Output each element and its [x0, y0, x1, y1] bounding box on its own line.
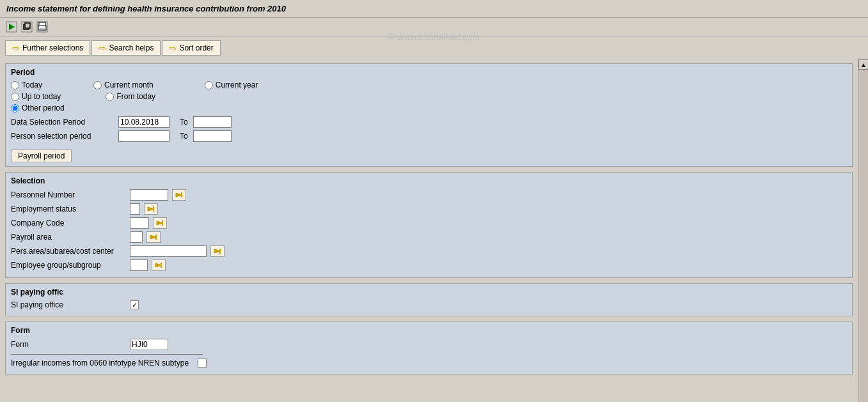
svg-rect-23 [219, 249, 221, 254]
employee-group-label: Employee group/subgroup [11, 261, 126, 270]
employee-group-arrow[interactable] [152, 259, 166, 271]
personnel-number-label: Personnel Number [11, 190, 126, 199]
si-paying-office-label: SI paying office [11, 300, 126, 309]
employment-status-arrow[interactable] [144, 203, 158, 215]
irregular-checkbox[interactable] [198, 359, 207, 367]
si-title: SI paying offic [11, 288, 847, 297]
radio-other-period[interactable]: Other period [11, 104, 65, 112]
payroll-area-row: Payroll area [11, 231, 847, 243]
person-selection-to[interactable] [193, 130, 232, 142]
title-bar: Income statement for defining health ins… [0, 0, 868, 18]
form-title: Form [11, 326, 847, 335]
personnel-number-input[interactable] [130, 189, 168, 201]
data-selection-from[interactable] [118, 116, 170, 128]
radio-up-to-today[interactable]: Up to today [11, 92, 61, 101]
person-selection-from[interactable] [118, 130, 170, 142]
scroll-track [858, 70, 868, 402]
employee-group-row: Employee group/subgroup [11, 259, 847, 271]
employment-status-input[interactable] [130, 203, 140, 215]
tab-search-helps[interactable]: ⇨ Search helps [91, 40, 161, 56]
period-section: Period Today Current month Current year [5, 63, 853, 167]
svg-rect-20 [155, 235, 157, 240]
company-code-arrow[interactable] [153, 217, 167, 229]
form-input[interactable] [130, 339, 168, 350]
scroll-up-arrow[interactable]: ▲ [858, 59, 868, 70]
svg-rect-11 [181, 192, 182, 197]
tab-bar: ⇨ Further selections ⇨ Search helps ⇨ So… [0, 36, 868, 59]
svg-rect-14 [153, 206, 154, 212]
period-title: Period [11, 68, 847, 77]
pers-area-input[interactable] [130, 245, 207, 257]
to-label-1: To [180, 118, 188, 127]
pers-area-label: Pers.area/subarea/cost center [11, 247, 126, 256]
svg-rect-26 [161, 263, 162, 268]
irregular-row: Irregular incomes from 0660 infotype NRE… [11, 359, 847, 367]
scrollbar[interactable]: ▲ ▼ [858, 59, 868, 402]
svg-rect-17 [162, 220, 163, 226]
personnel-number-arrow[interactable] [172, 189, 186, 201]
pers-area-row: Pers.area/subarea/cost center [11, 245, 847, 257]
print-icon[interactable] [36, 20, 49, 33]
tab-sort-order[interactable]: ⇨ Sort order [162, 40, 220, 56]
copy-icon[interactable] [20, 20, 33, 33]
form-label: Form [11, 340, 126, 349]
tab-search-helps-icon: ⇨ [99, 43, 106, 53]
si-paying-office-row: SI paying office ✓ [11, 300, 847, 309]
company-code-label: Company Code [11, 219, 126, 228]
selection-section: Selection Personnel Number Employment st… [5, 172, 853, 278]
radio-from-today[interactable]: From today [106, 92, 155, 101]
employee-group-input[interactable] [130, 259, 148, 271]
employment-status-row: Employment status [11, 203, 847, 215]
radio-today[interactable]: Today [11, 81, 42, 89]
payroll-area-label: Payroll area [11, 233, 126, 242]
si-paying-office-checkbox[interactable]: ✓ [130, 300, 139, 309]
personnel-number-row: Personnel Number [11, 189, 847, 201]
payroll-period-button[interactable]: Payroll period [11, 150, 72, 162]
svg-rect-8 [40, 27, 45, 29]
svg-rect-4 [25, 23, 30, 28]
tab-further-selections-icon: ⇨ [12, 43, 20, 53]
tab-further-selections[interactable]: ⇨ Further selections [5, 40, 90, 56]
execute-icon[interactable] [5, 20, 18, 33]
radio-current-year[interactable]: Current year [205, 81, 258, 89]
company-code-row: Company Code [11, 217, 847, 229]
page-title: Income statement for defining health ins… [6, 4, 286, 13]
selection-title: Selection [11, 176, 847, 185]
employment-status-label: Employment status [11, 205, 126, 213]
data-selection-label: Data Selection Period [11, 118, 113, 127]
to-label-2: To [180, 132, 188, 141]
form-row: Form [11, 339, 847, 350]
pers-area-arrow[interactable] [210, 245, 225, 257]
tab-sort-order-icon: ⇨ [169, 43, 177, 53]
data-selection-to[interactable] [193, 116, 232, 128]
payroll-area-input[interactable] [130, 231, 143, 243]
radio-current-month[interactable]: Current month [93, 81, 154, 89]
toolbar: © www.tutorialkart.com [0, 18, 868, 36]
person-selection-label: Person selection period [11, 132, 113, 141]
irregular-label: Irregular incomes from 0660 infotype NRE… [11, 359, 189, 367]
si-section: SI paying offic SI paying office ✓ [5, 283, 853, 316]
form-section: Form Form Irregular incomes from 0660 in… [5, 321, 853, 375]
company-code-input[interactable] [130, 217, 149, 229]
payroll-area-arrow[interactable] [146, 231, 161, 243]
